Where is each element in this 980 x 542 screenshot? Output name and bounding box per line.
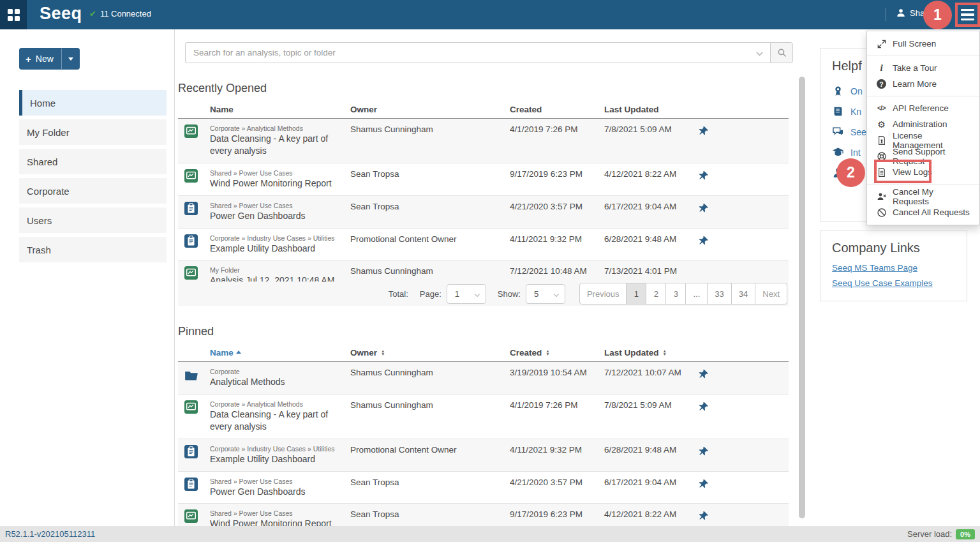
menu-item-api-reference[interactable]: </> API Reference: [867, 100, 979, 116]
item-name-link[interactable]: Power Gen Dashboards: [210, 486, 345, 498]
breadcrumb[interactable]: Shared » Power Use Cases: [210, 509, 345, 517]
annotation-step-1-badge: 1: [923, 1, 952, 29]
hamburger-menu-button[interactable]: [955, 3, 980, 27]
check-icon: ✔: [89, 9, 96, 19]
column-header-last-updated-sort[interactable]: Last Updated ▲▼: [604, 345, 693, 361]
new-button[interactable]: + New: [19, 48, 80, 70]
menu-item-cancel-all-requests[interactable]: Cancel All Requests: [867, 204, 979, 220]
item-name-link[interactable]: Wind Power Monitoring Report: [210, 177, 345, 190]
search-bar: [185, 42, 793, 63]
created-cell: 9/17/2019 6:23 PM: [510, 163, 604, 195]
column-header-created-sort[interactable]: Created ▲▼: [510, 345, 604, 361]
pin-icon[interactable]: [698, 369, 709, 380]
table-header-row: Name Owner Created Last Updated: [178, 102, 789, 119]
pin-icon[interactable]: [698, 446, 709, 457]
pagination-bar: Total: Page: 1 Show: 5 Previous 1 2 3 ..…: [178, 282, 789, 306]
breadcrumb[interactable]: Shared » Power Use Cases: [210, 202, 345, 209]
pin-icon[interactable]: [698, 126, 709, 137]
menu-item-full-screen[interactable]: Full Screen: [867, 36, 979, 52]
last-updated-cell: 6/28/2021 9:48 AM: [604, 439, 693, 471]
page-ellipsis[interactable]: ...: [685, 283, 708, 305]
page-button-2[interactable]: 2: [646, 283, 666, 305]
pin-icon[interactable]: [698, 170, 709, 181]
apps-grid-button[interactable]: [0, 0, 27, 29]
sidebar-item-corporate[interactable]: Corporate: [19, 178, 167, 204]
pin-icon[interactable]: [698, 236, 709, 246]
connection-status[interactable]: ✔ 11 Connected: [89, 9, 151, 19]
gear-icon: ⚙: [876, 119, 887, 130]
sidebar-item-shared[interactable]: Shared: [19, 149, 167, 174]
item-name-link[interactable]: Power Gen Dashboards: [210, 210, 345, 222]
sidebar-item-home[interactable]: Home: [19, 90, 167, 116]
column-header-last-updated: Last Updated: [604, 102, 693, 118]
question-circle-icon: ?: [876, 79, 887, 89]
table-row: Corporate » Analytical Methods Data Clea…: [178, 395, 789, 439]
company-links-card: Company Links Seeq MS Teams Page Seeq Us…: [820, 230, 967, 301]
sort-both-icon: ▲▼: [546, 350, 549, 356]
item-name-link[interactable]: Data Cleansing - A key part of every ana…: [210, 133, 345, 157]
menu-item-license-management[interactable]: License Management: [867, 132, 979, 148]
owner-cell: Sean Tropsa: [350, 196, 510, 228]
breadcrumb[interactable]: My Folder: [210, 266, 345, 274]
item-name-link[interactable]: Data Cleansing - A key part of every ana…: [210, 409, 345, 433]
item-name-link[interactable]: Example Utility Dashboard: [210, 243, 345, 255]
seeq-logo[interactable]: Seeq: [40, 4, 82, 24]
column-header-owner-sort[interactable]: Owner ▲▼: [350, 345, 510, 361]
company-link-teams[interactable]: Seeq MS Teams Page: [832, 263, 955, 273]
column-header-name-sort[interactable]: Name: [210, 345, 350, 361]
breadcrumb[interactable]: Shared » Power Use Cases: [210, 478, 345, 485]
search-input[interactable]: [185, 42, 770, 63]
pin-icon[interactable]: [698, 203, 709, 214]
company-link-use-cases[interactable]: Seeq Use Case Examples: [832, 278, 955, 288]
table-row: Corporate » Industry Use Cases » Utiliti…: [178, 439, 789, 472]
sidebar-item-trash[interactable]: Trash: [19, 237, 167, 262]
breadcrumb[interactable]: Corporate » Analytical Methods: [210, 124, 345, 132]
pin-icon[interactable]: [698, 511, 709, 522]
pin-icon[interactable]: [698, 402, 709, 412]
page-button-3[interactable]: 3: [665, 283, 686, 305]
sidebar-item-my-folder[interactable]: My Folder: [19, 119, 167, 145]
previous-page-button[interactable]: Previous: [579, 283, 627, 305]
analysis-icon: [184, 266, 198, 280]
table-header-row: Name Owner ▲▼ Created ▲▼ Last Updated ▲▼: [178, 345, 789, 362]
column-header-created: Created: [510, 102, 604, 118]
navbar-divider: [886, 8, 886, 21]
menu-item-administration[interactable]: ⚙ Administration: [867, 116, 979, 132]
breadcrumb[interactable]: Corporate » Industry Use Cases » Utiliti…: [210, 445, 345, 453]
breadcrumb[interactable]: Shared » Power Use Cases: [210, 169, 345, 177]
company-links-title: Company Links: [832, 241, 955, 255]
breadcrumb[interactable]: Corporate: [210, 368, 345, 375]
pinned-title: Pinned: [178, 325, 214, 338]
sidebar-item-users[interactable]: Users: [19, 207, 167, 233]
chevron-down-icon[interactable]: [68, 57, 73, 61]
pinned-table: Name Owner ▲▼ Created ▲▼ Last Updated ▲▼…: [178, 345, 789, 536]
user-icon: [896, 8, 906, 18]
item-name-link[interactable]: Example Utility Dashboard: [210, 453, 345, 465]
breadcrumb[interactable]: Corporate » Analytical Methods: [210, 400, 345, 408]
topic-icon: [184, 234, 198, 248]
menu-item-take-a-tour[interactable]: i Take a Tour: [867, 60, 979, 76]
analysis-icon: [184, 400, 198, 414]
owner-cell: Sean Tropsa: [350, 472, 510, 504]
page-button-34[interactable]: 34: [731, 283, 755, 305]
analysis-icon: [184, 169, 198, 183]
main-content: Recently Opened Name Owner Created Last …: [175, 29, 809, 526]
page-button-1[interactable]: 1: [626, 283, 646, 305]
owner-cell: Shamus Cunningham: [350, 395, 510, 439]
next-page-button[interactable]: Next: [755, 283, 787, 305]
user-menu[interactable]: Sha: [896, 8, 924, 18]
page-select[interactable]: 1: [447, 284, 486, 304]
search-icon: [776, 47, 787, 58]
menu-item-learn-more[interactable]: ? Learn More: [867, 76, 979, 92]
item-name-link[interactable]: Analytical Methods: [210, 376, 345, 388]
page-button-33[interactable]: 33: [707, 283, 731, 305]
search-button[interactable]: [770, 42, 793, 63]
breadcrumb[interactable]: Corporate » Industry Use Cases » Utiliti…: [210, 234, 345, 242]
show-select[interactable]: 5: [526, 284, 565, 304]
menu-item-cancel-my-requests[interactable]: Cancel My Requests: [867, 188, 979, 204]
pin-icon[interactable]: [698, 479, 709, 490]
view-logs-highlight-box: [874, 160, 932, 183]
user-name-label: Sha: [910, 8, 924, 18]
vertical-scrollbar[interactable]: [799, 77, 805, 518]
menu-divider: [867, 56, 979, 56]
